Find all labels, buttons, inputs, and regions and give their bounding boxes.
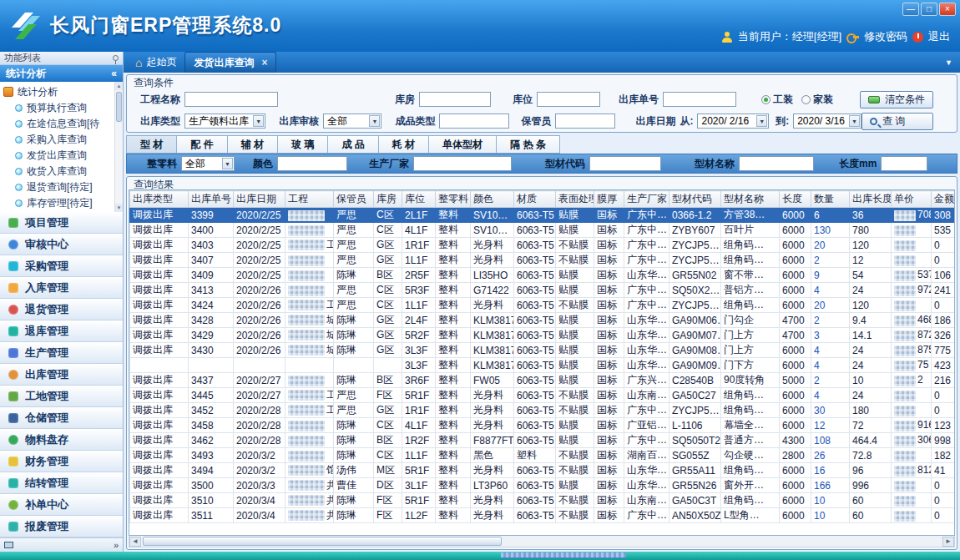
- close-button[interactable]: ×: [939, 3, 956, 16]
- column-header[interactable]: 膜厚: [594, 191, 624, 208]
- tree-item[interactable]: 在途信息查询[待: [3, 116, 113, 132]
- more-icon[interactable]: »: [114, 540, 119, 550]
- tree-item[interactable]: 退货查询[待定]: [3, 179, 113, 195]
- home-install-radio[interactable]: [801, 95, 811, 104]
- sidebar-item[interactable]: 采购管理: [0, 255, 123, 277]
- clear-conditions-button[interactable]: 清空条件: [860, 91, 933, 108]
- sidebar-item[interactable]: 补单中心: [0, 494, 123, 516]
- tree-root-statistics[interactable]: 统计分析: [3, 83, 113, 100]
- scroll-right-icon[interactable]: ►: [942, 537, 954, 547]
- tab-start-page[interactable]: ⌂ 起始页: [127, 52, 184, 73]
- profile-name-input[interactable]: [739, 156, 814, 171]
- outbound-audit-select[interactable]: 全部 ▼: [323, 114, 381, 129]
- sidebar-section-header[interactable]: 统计分析 «: [0, 65, 123, 82]
- manufacturer-input[interactable]: [413, 156, 512, 171]
- material-tab[interactable]: 型 材: [126, 135, 177, 154]
- scroll-down-icon[interactable]: ▼: [115, 204, 123, 212]
- product-type-input[interactable]: [439, 114, 509, 129]
- table-row[interactable]: 调拨出库34132020/2/26严思C区5R3F整料G714226063-T5…: [130, 283, 956, 298]
- length-input[interactable]: [881, 156, 927, 171]
- column-header[interactable]: 表面处理: [556, 191, 594, 208]
- pin-icon[interactable]: [113, 55, 119, 61]
- column-header[interactable]: 长度: [780, 191, 811, 208]
- table-row[interactable]: 调拨出库34292020/2/26城陈琳G区5R2F整料KLM38176063-…: [130, 328, 956, 343]
- search-button[interactable]: 查 询: [861, 113, 933, 130]
- table-row[interactable]: 调拨出库34582020/2/28陈琳C区4L1F整料光身料6063-T5贴膜国…: [130, 418, 956, 433]
- project-name-input[interactable]: [184, 92, 278, 107]
- column-header[interactable]: 单价: [892, 191, 932, 208]
- table-row[interactable]: 调拨出库34372020/2/27陈琳B区3R6F整料FW056063-T5贴膜…: [130, 373, 956, 388]
- outbound-type-select[interactable]: 生产领料出库 ▼: [184, 114, 265, 129]
- monitor-icon[interactable]: [4, 542, 13, 548]
- column-header[interactable]: 库位: [402, 191, 436, 208]
- minimize-button[interactable]: —: [902, 3, 919, 16]
- table-row[interactable]: 调拨出库34092020/2/25陈琳B区2R5F整料LI35HO6063-T5…: [130, 268, 956, 283]
- hscrollbar-thumb[interactable]: [143, 537, 502, 546]
- table-row[interactable]: 调拨出库34072020/2/25严思G区1L1F整料光身料6063-T5不贴膜…: [130, 253, 956, 268]
- chevron-down-icon[interactable]: ▼: [222, 158, 233, 169]
- material-tab[interactable]: 单体型材: [429, 135, 497, 154]
- table-row[interactable]: 调拨出库34932020/3/2陈琳C区1L1F整料黑色塑料不贴膜国标湖南百…S…: [130, 448, 956, 463]
- scrollbar-thumb[interactable]: [116, 92, 122, 122]
- masked-status-link[interactable]: [501, 552, 626, 558]
- table-row[interactable]: 调拨出库34622020/2/28陈琳B区1R2F整料F8877FT6063-T…: [130, 433, 956, 448]
- work-install-radio[interactable]: [761, 95, 771, 104]
- logout-link[interactable]: 退出: [928, 29, 950, 44]
- table-row[interactable]: 调拨出库35002020/3/3共工程曹佳D区3L1F整料LT3P606063-…: [130, 478, 956, 493]
- column-header[interactable]: 工程: [285, 191, 334, 208]
- table-row[interactable]: 3L3F整料KLM38176063-T5贴膜国标山东华…GA90M09…门下方6…: [130, 358, 956, 373]
- sidebar-item[interactable]: 仓储管理: [0, 407, 123, 429]
- column-header[interactable]: 数量: [811, 191, 850, 208]
- scroll-up-icon[interactable]: ▲: [115, 82, 123, 90]
- tree-item[interactable]: 库存管理[待定]: [3, 195, 113, 211]
- color-input[interactable]: [277, 156, 347, 171]
- material-tab[interactable]: 隔 热 条: [497, 135, 560, 154]
- sidebar-item[interactable]: 财务管理: [0, 451, 123, 472]
- tree-item[interactable]: 采购入库查询: [3, 132, 113, 148]
- tree-item[interactable]: 预算执行查询: [3, 100, 113, 116]
- profile-code-input[interactable]: [589, 156, 661, 171]
- table-row[interactable]: 调拨出库34242020/2/26工程严思C区1L1F整料光身料6063-T5不…: [130, 298, 956, 313]
- table-row[interactable]: 调拨出库34452020/2/27工程严思F区5R1F整料光身料6063-T5不…: [130, 388, 956, 403]
- column-header[interactable]: 出库类型: [130, 191, 189, 208]
- collapse-icon[interactable]: «: [111, 68, 117, 79]
- table-row[interactable]: 调拨出库34302020/2/26城陈琳G区3L3F整料KLM38176063-…: [130, 343, 956, 358]
- table-row[interactable]: 调拨出库35112020/3/4共工程陈琳F区1L2F整料光身料6063-T5不…: [130, 508, 956, 523]
- warehouse-input[interactable]: [419, 92, 491, 107]
- sidebar-item[interactable]: 入库管理: [0, 277, 123, 299]
- column-header[interactable]: 生产厂家: [624, 191, 669, 208]
- sidebar-item[interactable]: 退库管理: [0, 320, 123, 342]
- sidebar-item[interactable]: 出库管理: [0, 364, 123, 386]
- material-tab[interactable]: 辅 材: [228, 135, 278, 154]
- scroll-left-icon[interactable]: ◄: [129, 537, 141, 547]
- sidebar-item[interactable]: 物料盘存: [0, 429, 123, 451]
- table-row[interactable]: 调拨出库34002020/2/25严思C区4L1F整料SV10…6063-T5贴…: [130, 223, 956, 238]
- column-header[interactable]: 材质: [514, 191, 556, 208]
- column-header[interactable]: 颜色: [471, 191, 514, 208]
- sidebar-item[interactable]: 结转管理: [0, 472, 123, 494]
- tab-list-dropdown-icon[interactable]: ▼: [937, 58, 960, 67]
- material-tab[interactable]: 玻 璃: [278, 135, 328, 154]
- column-header[interactable]: 出库长度: [850, 191, 892, 208]
- sidebar-item[interactable]: 报废管理: [0, 516, 123, 537]
- sidebar-item[interactable]: 审核中心: [0, 234, 123, 255]
- chevron-down-icon[interactable]: ▼: [756, 115, 767, 127]
- sidebar-item[interactable]: 工地管理: [0, 386, 123, 407]
- tree-scrollbar[interactable]: ▲ ▼: [114, 82, 123, 212]
- material-tab[interactable]: 成 品: [328, 135, 378, 154]
- column-header[interactable]: 型材名称: [721, 191, 780, 208]
- chevron-down-icon[interactable]: ▼: [369, 115, 380, 127]
- date-from-picker[interactable]: 2020/ 2/16 ▼: [697, 114, 769, 129]
- date-to-picker[interactable]: 2020/ 3/16 ▼: [793, 114, 861, 129]
- sidebar-item[interactable]: 退货管理: [0, 299, 123, 320]
- chevron-down-icon[interactable]: ▼: [849, 115, 860, 127]
- column-header[interactable]: 型材代码: [669, 191, 721, 208]
- maximize-button[interactable]: □: [921, 3, 937, 16]
- table-row[interactable]: 调拨出库35102020/3/4共工程陈琳F区5R1F整料光身料6063-T5不…: [130, 493, 956, 508]
- tree-item[interactable]: 收货入库查询: [3, 164, 113, 179]
- tab-close-icon[interactable]: ×: [261, 57, 267, 68]
- order-no-input[interactable]: [663, 92, 736, 107]
- column-header[interactable]: 出库日期: [234, 191, 285, 208]
- table-row[interactable]: 调拨出库34282020/2/26城陈琳G区2L4F整料KLM38176063-…: [130, 313, 956, 328]
- tree-item[interactable]: 发货出库查询: [3, 148, 113, 164]
